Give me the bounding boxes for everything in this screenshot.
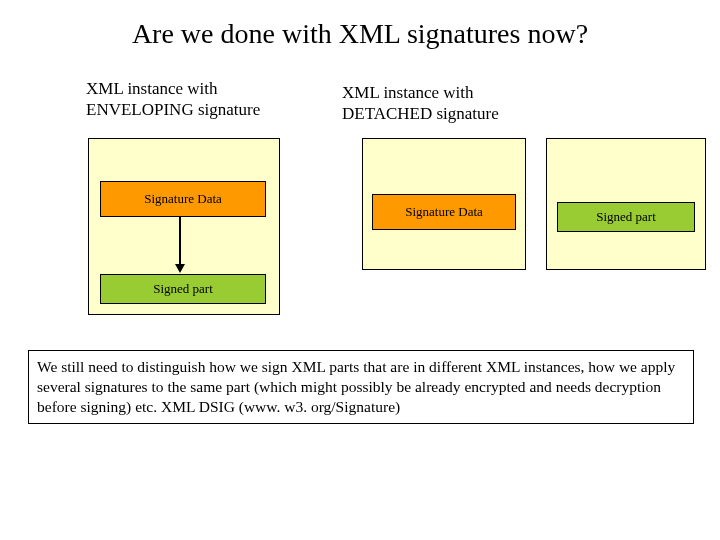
- enveloping-label-line1: XML instance with: [86, 79, 218, 98]
- enveloping-signature-box: Signature Data: [100, 181, 266, 217]
- detached-signed-box: Signed part: [557, 202, 695, 232]
- enveloping-arrow-head: [175, 264, 185, 273]
- enveloping-arrow-line: [179, 216, 181, 265]
- detached-label-line2: DETACHED signature: [342, 104, 499, 123]
- detached-signature-box: Signature Data: [372, 194, 516, 230]
- enveloping-label-line2: ENVELOPING signature: [86, 100, 260, 119]
- slide-title: Are we done with XML signatures now?: [0, 0, 720, 50]
- enveloping-signed-box: Signed part: [100, 274, 266, 304]
- detached-label-line1: XML instance with: [342, 83, 474, 102]
- enveloping-label: XML instance with ENVELOPING signature: [86, 78, 260, 121]
- footer-note: We still need to distinguish how we sign…: [28, 350, 694, 424]
- detached-label: XML instance with DETACHED signature: [342, 82, 499, 125]
